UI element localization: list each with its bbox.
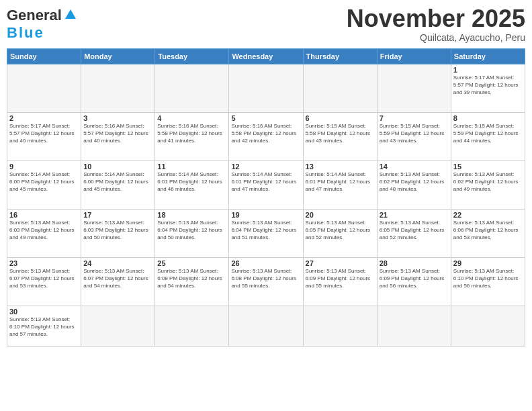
calendar-cell bbox=[451, 306, 525, 347]
calendar-cell: 14Sunrise: 5:13 AM Sunset: 6:02 PM Dayli… bbox=[377, 161, 451, 210]
calendar-cell: 10Sunrise: 5:14 AM Sunset: 6:00 PM Dayli… bbox=[81, 161, 155, 210]
day-info: Sunrise: 5:13 AM Sunset: 6:10 PM Dayligh… bbox=[453, 268, 523, 289]
day-number: 16 bbox=[9, 211, 79, 219]
calendar-cell bbox=[229, 64, 303, 113]
calendar-week-4: 16Sunrise: 5:13 AM Sunset: 6:03 PM Dayli… bbox=[7, 210, 525, 258]
day-number: 29 bbox=[453, 259, 523, 267]
col-monday: Monday bbox=[81, 49, 155, 64]
day-number: 9 bbox=[9, 163, 79, 171]
calendar-cell: 12Sunrise: 5:14 AM Sunset: 6:01 PM Dayli… bbox=[229, 161, 303, 210]
day-number: 13 bbox=[306, 163, 375, 171]
day-info: Sunrise: 5:13 AM Sunset: 6:02 PM Dayligh… bbox=[380, 171, 449, 193]
calendar-cell bbox=[155, 306, 229, 347]
calendar-cell: 6Sunrise: 5:15 AM Sunset: 5:58 PM Daylig… bbox=[303, 113, 377, 161]
col-sunday: Sunday bbox=[7, 49, 81, 64]
calendar-cell: 15Sunrise: 5:13 AM Sunset: 6:02 PM Dayli… bbox=[451, 161, 525, 210]
day-number: 25 bbox=[157, 259, 226, 267]
day-info: Sunrise: 5:13 AM Sunset: 6:09 PM Dayligh… bbox=[380, 268, 449, 289]
day-number: 1 bbox=[453, 66, 523, 74]
calendar-cell: 11Sunrise: 5:14 AM Sunset: 6:01 PM Dayli… bbox=[155, 161, 229, 210]
day-info: Sunrise: 5:13 AM Sunset: 6:07 PM Dayligh… bbox=[83, 268, 152, 289]
day-number: 15 bbox=[453, 163, 523, 171]
day-number: 8 bbox=[453, 114, 523, 122]
day-info: Sunrise: 5:15 AM Sunset: 5:59 PM Dayligh… bbox=[453, 123, 523, 144]
calendar-week-6: 30Sunrise: 5:13 AM Sunset: 6:10 PM Dayli… bbox=[7, 306, 525, 347]
calendar-table: Sunday Monday Tuesday Wednesday Thursday… bbox=[7, 48, 525, 347]
page: General Blue November 2025 Quilcata, Aya… bbox=[0, 0, 532, 411]
calendar-week-2: 2Sunrise: 5:17 AM Sunset: 5:57 PM Daylig… bbox=[7, 113, 525, 161]
calendar-cell: 25Sunrise: 5:13 AM Sunset: 6:08 PM Dayli… bbox=[155, 258, 229, 306]
day-info: Sunrise: 5:13 AM Sunset: 6:06 PM Dayligh… bbox=[453, 220, 523, 241]
calendar-cell bbox=[377, 306, 451, 347]
day-number: 11 bbox=[157, 163, 226, 171]
title-area: November 2025 Quilcata, Ayacucho, Peru bbox=[347, 7, 525, 43]
calendar-cell: 24Sunrise: 5:13 AM Sunset: 6:07 PM Dayli… bbox=[81, 258, 155, 306]
day-number: 14 bbox=[380, 163, 449, 171]
day-info: Sunrise: 5:16 AM Sunset: 5:57 PM Dayligh… bbox=[83, 123, 152, 144]
day-number: 24 bbox=[83, 259, 152, 267]
day-number: 12 bbox=[231, 163, 300, 171]
day-info: Sunrise: 5:13 AM Sunset: 6:08 PM Dayligh… bbox=[231, 268, 300, 289]
calendar-cell: 27Sunrise: 5:13 AM Sunset: 6:09 PM Dayli… bbox=[303, 258, 377, 306]
month-title: November 2025 bbox=[347, 7, 525, 31]
col-wednesday: Wednesday bbox=[229, 49, 303, 64]
day-info: Sunrise: 5:15 AM Sunset: 5:58 PM Dayligh… bbox=[306, 123, 375, 144]
calendar-cell: 23Sunrise: 5:13 AM Sunset: 6:07 PM Dayli… bbox=[7, 258, 81, 306]
header: General Blue November 2025 Quilcata, Aya… bbox=[7, 7, 525, 43]
calendar-cell: 8Sunrise: 5:15 AM Sunset: 5:59 PM Daylig… bbox=[451, 113, 525, 161]
calendar-cell: 22Sunrise: 5:13 AM Sunset: 6:06 PM Dayli… bbox=[451, 210, 525, 258]
location-title: Quilcata, Ayacucho, Peru bbox=[347, 32, 525, 43]
calendar-cell: 13Sunrise: 5:14 AM Sunset: 6:01 PM Dayli… bbox=[303, 161, 377, 210]
calendar-cell bbox=[81, 306, 155, 347]
day-info: Sunrise: 5:13 AM Sunset: 6:03 PM Dayligh… bbox=[9, 220, 79, 241]
calendar-header-row: Sunday Monday Tuesday Wednesday Thursday… bbox=[7, 49, 525, 64]
day-number: 18 bbox=[157, 211, 226, 219]
day-info: Sunrise: 5:14 AM Sunset: 6:01 PM Dayligh… bbox=[306, 171, 375, 193]
calendar-cell bbox=[303, 64, 377, 113]
day-info: Sunrise: 5:13 AM Sunset: 6:09 PM Dayligh… bbox=[306, 268, 375, 289]
day-info: Sunrise: 5:13 AM Sunset: 6:04 PM Dayligh… bbox=[231, 220, 300, 241]
logo-area: General Blue bbox=[7, 7, 77, 42]
calendar-cell: 21Sunrise: 5:13 AM Sunset: 6:05 PM Dayli… bbox=[377, 210, 451, 258]
logo-triangle-icon bbox=[64, 8, 77, 23]
day-number: 21 bbox=[380, 211, 449, 219]
day-info: Sunrise: 5:13 AM Sunset: 6:08 PM Dayligh… bbox=[157, 268, 226, 289]
day-number: 22 bbox=[453, 211, 523, 219]
calendar-cell: 19Sunrise: 5:13 AM Sunset: 6:04 PM Dayli… bbox=[229, 210, 303, 258]
calendar-cell bbox=[377, 64, 451, 113]
calendar-cell: 4Sunrise: 5:16 AM Sunset: 5:58 PM Daylig… bbox=[155, 113, 229, 161]
logo-blue-text: Blue bbox=[7, 24, 44, 41]
day-number: 10 bbox=[83, 163, 152, 171]
calendar-cell: 7Sunrise: 5:15 AM Sunset: 5:59 PM Daylig… bbox=[377, 113, 451, 161]
calendar-cell: 29Sunrise: 5:13 AM Sunset: 6:10 PM Dayli… bbox=[451, 258, 525, 306]
calendar-cell: 2Sunrise: 5:17 AM Sunset: 5:57 PM Daylig… bbox=[7, 113, 81, 161]
calendar-week-3: 9Sunrise: 5:14 AM Sunset: 6:00 PM Daylig… bbox=[7, 161, 525, 210]
col-friday: Friday bbox=[377, 49, 451, 64]
day-number: 20 bbox=[306, 211, 375, 219]
day-info: Sunrise: 5:14 AM Sunset: 6:00 PM Dayligh… bbox=[9, 171, 79, 193]
calendar-cell: 1Sunrise: 5:17 AM Sunset: 5:57 PM Daylig… bbox=[451, 64, 525, 113]
day-info: Sunrise: 5:16 AM Sunset: 5:58 PM Dayligh… bbox=[231, 123, 300, 144]
day-number: 17 bbox=[83, 211, 152, 219]
col-tuesday: Tuesday bbox=[155, 49, 229, 64]
calendar-cell: 9Sunrise: 5:14 AM Sunset: 6:00 PM Daylig… bbox=[7, 161, 81, 210]
calendar-cell: 18Sunrise: 5:13 AM Sunset: 6:04 PM Dayli… bbox=[155, 210, 229, 258]
calendar-cell bbox=[229, 306, 303, 347]
day-info: Sunrise: 5:13 AM Sunset: 6:05 PM Dayligh… bbox=[306, 220, 375, 241]
calendar-cell bbox=[7, 64, 81, 113]
day-number: 5 bbox=[231, 114, 300, 122]
day-number: 4 bbox=[157, 114, 226, 122]
svg-marker-0 bbox=[65, 9, 76, 19]
calendar-cell bbox=[81, 64, 155, 113]
col-saturday: Saturday bbox=[451, 49, 525, 64]
day-info: Sunrise: 5:15 AM Sunset: 5:59 PM Dayligh… bbox=[380, 123, 449, 144]
day-number: 19 bbox=[231, 211, 300, 219]
calendar-cell bbox=[155, 64, 229, 113]
calendar-cell: 3Sunrise: 5:16 AM Sunset: 5:57 PM Daylig… bbox=[81, 113, 155, 161]
day-number: 23 bbox=[9, 259, 79, 267]
day-info: Sunrise: 5:13 AM Sunset: 6:02 PM Dayligh… bbox=[453, 171, 523, 193]
day-number: 6 bbox=[306, 114, 375, 122]
logo-general-text: General bbox=[7, 7, 62, 24]
day-info: Sunrise: 5:17 AM Sunset: 5:57 PM Dayligh… bbox=[9, 123, 79, 144]
calendar-week-1: 1Sunrise: 5:17 AM Sunset: 5:57 PM Daylig… bbox=[7, 64, 525, 113]
